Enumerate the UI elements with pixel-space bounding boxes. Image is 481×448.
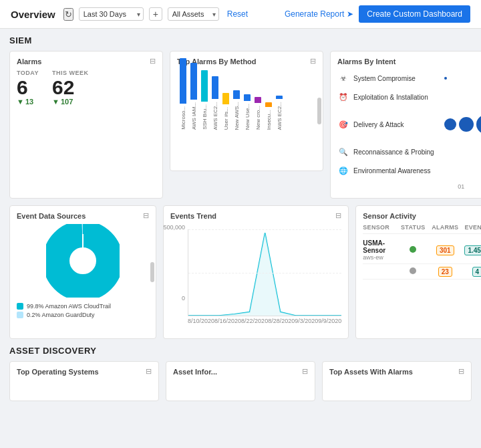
alarms-stats: TODAY 6 ▼ 13 THIS WEEK 62 ▼ 107 bbox=[17, 70, 156, 106]
sensor-row-1: USMA-Sensor aws-ew 301 1.45M bbox=[363, 237, 481, 264]
sensor-alarms-2: 23 bbox=[430, 267, 460, 276]
intent-icon: 🔍 bbox=[337, 146, 349, 158]
events-trend-header: Events Trend ⊟ bbox=[170, 211, 341, 220]
siem-top-row: Alarms ⊟ TODAY 6 ▼ 13 THIS WEEK 62 ▼ bbox=[9, 51, 472, 199]
bar-label: New cro... bbox=[255, 106, 261, 130]
bubble bbox=[459, 117, 474, 132]
generate-report-button[interactable]: Generate Report ➤ bbox=[285, 9, 353, 19]
week-label: THIS WEEK bbox=[52, 70, 89, 76]
refresh-button[interactable]: ↻ bbox=[63, 8, 73, 21]
asset-card-3-header: Top Assets With Alarms ⊟ bbox=[329, 367, 464, 376]
events-badge-2: 4 bbox=[472, 267, 482, 277]
event-sources-title: Event Data Sources bbox=[17, 212, 86, 220]
pie-area: 99.8% Amazon AWS CloudTrail 0.2% Amazon … bbox=[17, 224, 149, 318]
sensor-col-status: STATUS bbox=[398, 224, 428, 231]
sensor-events-1: 1.45M bbox=[462, 245, 481, 255]
sensor-activity-header: Sensor Activity ⊟ bbox=[363, 211, 481, 220]
bottom-row: Event Data Sources ⊟ bbox=[9, 205, 472, 339]
intent-label: Environmental Awareness bbox=[353, 167, 440, 175]
intent-icon: ⏰ bbox=[337, 91, 349, 103]
trend-y-max: 500,000 bbox=[163, 224, 185, 231]
asset-card-3-filter-icon[interactable]: ⊟ bbox=[458, 367, 464, 376]
create-dashboard-button[interactable]: Create Custom Dashboard bbox=[359, 5, 470, 23]
legend-item-1: 99.8% Amazon AWS CloudTrail bbox=[17, 303, 149, 310]
asset-card-1-title: Top Operating Systems bbox=[17, 368, 99, 376]
event-sources-card: Event Data Sources ⊟ bbox=[9, 205, 156, 339]
week-sub: ▼ 107 bbox=[52, 98, 89, 106]
bar-group: AWS IAM... bbox=[190, 63, 197, 130]
sensor-table-header: SENSOR STATUS ALARMS EVENTS bbox=[363, 224, 481, 234]
legend-dot-2 bbox=[17, 312, 23, 318]
bar-label: Microso... bbox=[180, 106, 186, 130]
top-alarms-filter-icon[interactable]: ⊟ bbox=[310, 57, 316, 66]
bar-label: AWS EC2... bbox=[212, 102, 218, 130]
trend-x-label: 8/10/2020 bbox=[188, 318, 214, 324]
today-arrow-icon: ▼ bbox=[17, 98, 24, 106]
reset-link[interactable]: Reset bbox=[227, 9, 248, 19]
legend-label-2: 0.2% Amazon GuardDuty bbox=[27, 312, 95, 318]
sensor-events-2: 4 bbox=[462, 267, 481, 276]
intent-label: System Compromise bbox=[353, 75, 440, 82]
bubble bbox=[444, 118, 456, 130]
asset-card-1-filter-icon[interactable]: ⊟ bbox=[146, 367, 152, 376]
asset-card-3: Top Assets With Alarms ⊟ bbox=[322, 361, 472, 401]
asset-card-2-filter-icon[interactable]: ⊟ bbox=[302, 367, 308, 376]
trend-y-zero: 0 bbox=[182, 295, 185, 302]
bar bbox=[212, 76, 218, 99]
asset-filter-select[interactable]: All Assets bbox=[168, 7, 219, 21]
add-filter-button[interactable]: + bbox=[149, 7, 162, 21]
sensor-alarms-1: 301 bbox=[430, 245, 460, 255]
top-bar: Overview ↻ Last 30 Days Last 7 Days Last… bbox=[0, 0, 481, 29]
intent-bubbles bbox=[444, 77, 481, 80]
today-sub-value: 13 bbox=[25, 98, 33, 106]
events-trend-filter-icon[interactable]: ⊟ bbox=[335, 211, 341, 220]
intent-axis: 01Sep 03Sep 05Sep 07Sep 09 bbox=[337, 183, 481, 190]
trend-chart-inner: 8/10/20208/16/20208/22/20208/28/20209/3/… bbox=[188, 224, 341, 326]
asset-card-1: Top Operating Systems ⊟ bbox=[9, 361, 159, 401]
bubble bbox=[444, 77, 447, 80]
intent-label: Reconnaissance & Probing bbox=[353, 148, 440, 156]
alarms-card: Alarms ⊟ TODAY 6 ▼ 13 THIS WEEK 62 ▼ bbox=[9, 51, 163, 199]
alarms-card-title: Alarms bbox=[17, 58, 41, 66]
asset-card-2: Asset Infor... ⊟ bbox=[166, 361, 315, 401]
date-filter-select[interactable]: Last 30 Days Last 7 Days Last 24 Hours bbox=[79, 7, 144, 21]
scrollbar-sources[interactable] bbox=[150, 262, 154, 282]
asset-card-2-header: Asset Infor... ⊟ bbox=[173, 367, 308, 376]
alarms-intent-title: Alarms By Intent bbox=[337, 58, 395, 66]
sensor-row-2: 23 4 bbox=[363, 264, 481, 279]
sensor-name-sub-1: aws-ew bbox=[363, 254, 395, 261]
main-content: SIEM Alarms ⊟ TODAY 6 ▼ 13 THIS WEEK bbox=[0, 29, 481, 408]
bar bbox=[255, 97, 261, 103]
trend-chart-wrap: 500,000 0 bbox=[170, 224, 341, 326]
event-sources-filter-icon[interactable]: ⊟ bbox=[143, 211, 149, 220]
bar-chart: Microso...AWS IAM...SSH Bru...AWS EC2...… bbox=[177, 70, 316, 130]
alarms-badge-2: 23 bbox=[438, 267, 452, 277]
sensor-name-1: USMA-Sensor aws-ew bbox=[363, 239, 395, 261]
bar bbox=[276, 96, 283, 99]
top-alarms-title: Top Alarms By Method bbox=[177, 58, 257, 66]
alarms-intent-card: Alarms By Intent ⊟ ☣System Compromise⏰Ex… bbox=[330, 51, 481, 199]
trend-x-label: 9/9/2020 bbox=[318, 318, 341, 324]
intent-row: ⏰Exploitation & Installation bbox=[337, 91, 481, 103]
bar-label: New Use... bbox=[245, 104, 251, 130]
today-value: 6 bbox=[17, 78, 39, 98]
trend-x-label: 8/28/2020 bbox=[268, 318, 295, 324]
intent-chart: ☣System Compromise⏰Exploitation & Instal… bbox=[337, 70, 481, 193]
asset-discovery-title: ASSET DISCOVERY bbox=[9, 346, 472, 356]
scrollbar[interactable] bbox=[317, 98, 321, 124]
pie-legend: 99.8% Amazon AWS CloudTrail 0.2% Amazon … bbox=[17, 303, 149, 318]
intent-label: Exploitation & Installation bbox=[353, 94, 440, 101]
legend-dot-1 bbox=[17, 303, 23, 310]
events-badge-1: 1.45M bbox=[464, 245, 481, 255]
alarms-card-header: Alarms ⊟ bbox=[17, 57, 156, 66]
intent-row: 🌐Environmental Awareness bbox=[337, 164, 481, 177]
bar bbox=[265, 102, 272, 107]
week-value: 62 bbox=[52, 78, 89, 98]
alarms-filter-icon[interactable]: ⊟ bbox=[150, 57, 156, 66]
week-sub-value: 107 bbox=[61, 98, 73, 106]
bar bbox=[190, 63, 197, 100]
trend-x-label: 8/16/2020 bbox=[214, 318, 241, 324]
svg-marker-3 bbox=[188, 233, 341, 316]
intent-label: Delivery & Attack bbox=[353, 121, 440, 128]
week-stat: THIS WEEK 62 ▼ 107 bbox=[52, 70, 89, 106]
